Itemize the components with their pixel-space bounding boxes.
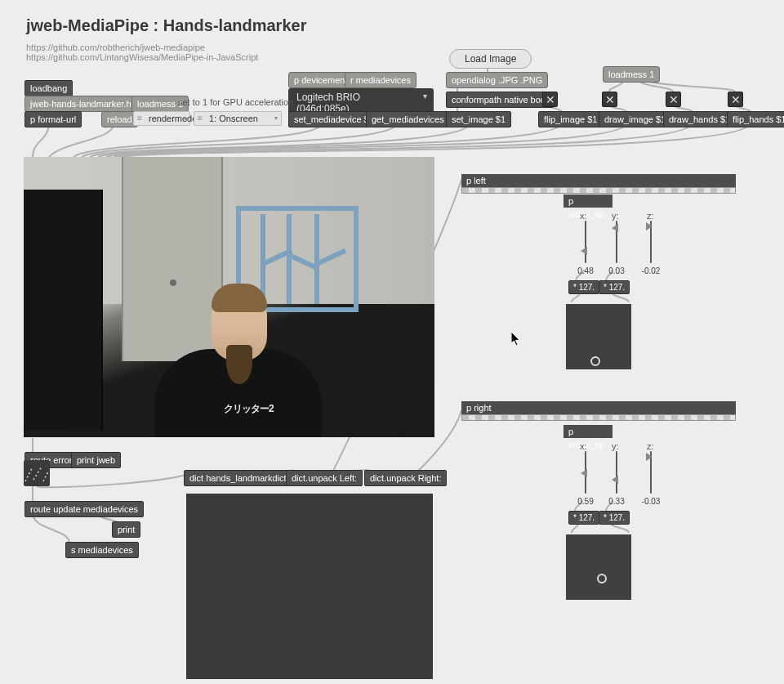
load-image-button[interactable]: Load Image <box>449 49 532 69</box>
p-indextip-left[interactable]: p index_tip <box>564 194 612 208</box>
reload-msg[interactable]: reload <box>101 111 138 127</box>
xypad-left[interactable] <box>566 304 631 369</box>
flip-image[interactable]: flip_image $1 <box>538 111 603 127</box>
set-image[interactable]: set_image $1 <box>446 111 511 127</box>
comment-gpu: set to 1 for GPU acceleration <box>178 97 293 107</box>
rendermode-menu[interactable]: rendermode <box>133 111 190 126</box>
print[interactable]: print <box>112 521 140 538</box>
link-1: https://github.com/robtherich/jweb-media… <box>26 42 205 52</box>
val-y-left: 0.03 <box>603 266 630 275</box>
x-icon: ✕ <box>546 93 555 106</box>
dict-landmark[interactable]: dict hands_landmarkdict <box>184 470 292 486</box>
x-icon: ✕ <box>731 93 741 106</box>
label-x-right: x: <box>580 441 587 451</box>
secondary-panel <box>186 494 433 679</box>
label-z-left: z: <box>647 211 654 221</box>
label-y-right: y: <box>612 441 619 451</box>
draw-image[interactable]: draw_image $1 <box>599 111 671 127</box>
get-mediadevices[interactable]: get_mediadevices <box>366 111 450 127</box>
slider-y-right[interactable] <box>612 451 621 494</box>
shirt-text: クリッター2 <box>224 402 274 416</box>
r-mediadevices[interactable]: r mediadevices <box>345 72 416 88</box>
p-right-bar[interactable]: p right <box>461 401 736 414</box>
val-y-right: 0.33 <box>603 497 630 506</box>
toggle-flipimage[interactable]: ✕ <box>602 92 617 107</box>
loadmess-1-b[interactable]: loadmess 1 <box>603 66 660 83</box>
function-editor[interactable] <box>24 460 50 486</box>
jweb-video-panel[interactable]: クリッター2 <box>24 157 434 437</box>
mouse-cursor <box>511 332 521 346</box>
xypad-right[interactable] <box>566 534 631 600</box>
flip-hands[interactable]: flip_hands $1 <box>727 111 784 127</box>
mul127-y-left[interactable]: * 127. <box>599 280 630 294</box>
p-left-bar[interactable]: p left <box>461 174 736 187</box>
p-left-divider <box>461 187 736 194</box>
conformpath[interactable]: conformpath native boot <box>446 92 554 108</box>
slider-z-right[interactable] <box>647 451 655 494</box>
dict-unpack-left[interactable]: dict.unpack Left: <box>286 470 363 486</box>
slider-x-right[interactable] <box>581 451 590 494</box>
jweb-html[interactable]: jweb-hands-landmarker.html <box>24 96 149 112</box>
p-right-divider <box>461 414 736 421</box>
onscreen-menu[interactable]: 1: Onscreen <box>194 111 282 126</box>
label-y-left: y: <box>612 211 619 221</box>
x-icon: ✕ <box>605 93 615 106</box>
label-z-right: z: <box>647 441 654 451</box>
p-format-url[interactable]: p format-url <box>24 111 82 127</box>
slider-y-left[interactable] <box>612 221 621 263</box>
val-x-right: 0.59 <box>572 497 599 506</box>
print-jweb[interactable]: print jweb <box>71 452 121 468</box>
mul127-x-left[interactable]: * 127. <box>568 280 599 294</box>
link-2: https://github.com/LintangWisesa/MediaPi… <box>26 52 258 62</box>
route-update[interactable]: route update mediadevices <box>24 501 144 517</box>
val-z-left: -0.02 <box>637 266 665 275</box>
p-indextip-right[interactable]: p index_tip <box>564 425 612 438</box>
page-title: jweb-MediaPipe : Hands-landmarker <box>26 16 306 35</box>
toggle-conformpath[interactable]: ✕ <box>542 92 558 107</box>
slider-z-left[interactable] <box>647 221 655 263</box>
slider-x-left[interactable] <box>581 221 590 263</box>
mul127-y-right[interactable]: * 127. <box>599 511 630 525</box>
loadbang[interactable]: loadbang <box>24 80 73 96</box>
val-z-right: -0.03 <box>637 497 665 506</box>
val-x-left: 0.48 <box>572 266 599 275</box>
x-icon: ✕ <box>669 93 679 106</box>
s-mediadevices[interactable]: s mediadevices <box>65 542 139 558</box>
dict-unpack-right[interactable]: dict.unpack Right: <box>364 470 447 486</box>
label-x-left: x: <box>580 211 587 221</box>
toggle-drawhands[interactable]: ✕ <box>728 92 743 107</box>
mul127-x-right[interactable]: * 127. <box>568 511 599 525</box>
draw-hands[interactable]: draw_hands $1 <box>663 111 736 127</box>
toggle-drawimage[interactable]: ✕ <box>666 92 681 107</box>
opendialog[interactable]: opendialog .JPG .PNG <box>446 72 548 88</box>
